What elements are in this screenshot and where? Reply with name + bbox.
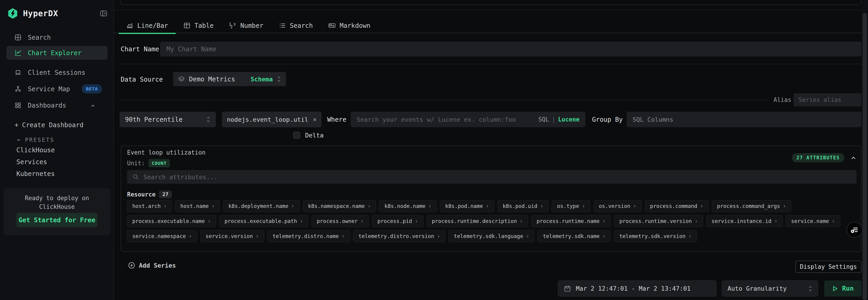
attribute-name: telemetry.sdk.version — [619, 233, 686, 239]
metric-attributes-panel: Event loop utilization Unit: COUNT 27 AT… — [121, 145, 861, 252]
chevron-right-icon: › — [540, 203, 543, 209]
sidebar-item-chart-explorer[interactable]: Chart Explorer — [6, 46, 107, 60]
attribute-chip-process-executable-path[interactable]: process.executable.path› — [219, 215, 308, 227]
remove-metric-icon[interactable]: × — [313, 116, 317, 123]
updown-chevron-icon — [808, 285, 812, 292]
panel-collapse-icon[interactable] — [850, 155, 857, 162]
preset-item-services[interactable]: Services — [17, 158, 47, 166]
sql-toggle[interactable]: SQL — [538, 116, 549, 123]
tab-number[interactable]: ½³Number — [221, 18, 271, 33]
tab-markdown[interactable]: Markdown — [320, 18, 378, 33]
attribute-name: process.executable.name — [132, 218, 205, 224]
hyperdx-app: HyperDX SearchChart ExplorerClient Sessi… — [0, 0, 868, 300]
attribute-search-input[interactable] — [127, 170, 857, 184]
preset-item-clickhouse[interactable]: ClickHouse — [17, 146, 55, 154]
attribute-chip-k8s-pod-name[interactable]: k8s.pod.name› — [440, 200, 494, 212]
logo[interactable]: HyperDX — [7, 8, 58, 19]
preset-item-kubernetes[interactable]: Kubernetes — [17, 170, 55, 178]
attribute-chip-service-namespace[interactable]: service.namespace› — [127, 230, 197, 242]
chevron-right-icon: › — [212, 203, 215, 209]
sidebar-item-dashboards[interactable]: Dashboards — [6, 99, 107, 112]
attribute-chip-k8s-node-name[interactable]: k8s.node.name› — [379, 200, 436, 212]
scrollbar-thumb[interactable] — [863, 13, 867, 300]
chart-explorer-icon — [14, 50, 22, 56]
granularity-select[interactable]: Auto Granularity — [722, 280, 818, 297]
attribute-chip-host-name[interactable]: host.name› — [175, 200, 220, 212]
chevron-up-icon — [90, 103, 96, 110]
circle-plus-icon — [128, 262, 135, 269]
create-dashboard-label: Create Dashboard — [22, 121, 84, 129]
attribute-chip-telemetry-sdk-language[interactable]: telemetry.sdk.language› — [448, 230, 534, 242]
attribute-chip-process-runtime-name[interactable]: process.runtime.name› — [531, 215, 611, 227]
updown-chevron-icon — [277, 76, 281, 83]
get-started-button[interactable]: Get Started for Free — [17, 213, 97, 227]
metric-chip[interactable]: nodejs.event_loop.util × — [222, 112, 321, 127]
sidebar-item-service-map[interactable]: Service MapBETA — [6, 82, 107, 96]
attribute-chip-process-runtime-version[interactable]: process.runtime.version› — [614, 215, 703, 227]
attribute-chip-host-arch[interactable]: host.arch› — [127, 200, 172, 212]
data-source-value: Demo Metrics — [189, 76, 235, 83]
schema-link[interactable]: Schema — [250, 76, 273, 83]
time-range-picker[interactable]: Mar 2 12:47:01 - Mar 2 13:47:01 — [558, 280, 717, 297]
attribute-chip-process-pid[interactable]: process.pid› — [372, 215, 423, 227]
alias-input[interactable] — [794, 93, 861, 106]
attribute-chip-process-executable-name[interactable]: process.executable.name› — [127, 215, 216, 227]
attribute-chip-telemetry-sdk-name[interactable]: telemetry.sdk.name› — [537, 230, 611, 242]
attribute-chip-service-instance-id[interactable]: service.instance.id› — [706, 215, 783, 227]
attribute-chip-k8s-namespace-name[interactable]: k8s.namespace.name› — [303, 200, 376, 212]
chevron-right-icon: › — [832, 218, 835, 224]
attribute-chip-service-version[interactable]: service.version› — [200, 230, 264, 242]
attribute-name: process.pid — [377, 218, 412, 224]
attribute-chip-process-runtime-description[interactable]: process.runtime.description› — [427, 215, 528, 227]
attribute-chip-process-owner[interactable]: process.owner› — [311, 215, 369, 227]
chevron-right-icon: › — [783, 203, 786, 209]
chart-name-input[interactable] — [160, 42, 861, 57]
lucene-toggle[interactable]: Lucene — [558, 116, 580, 123]
attribute-chip-k8s-pod-uid[interactable]: k8s.pod.uid› — [498, 200, 549, 212]
sidebar-item-label: Chart Explorer — [28, 49, 82, 57]
run-button[interactable]: Run — [824, 280, 861, 297]
attribute-name: process.command — [650, 203, 698, 209]
tab-line-bar[interactable]: Line/Bar — [119, 18, 176, 33]
delta-checkbox[interactable] — [293, 132, 300, 139]
feedback-icon — [850, 225, 859, 234]
attribute-chip-os-type[interactable]: os.type› — [552, 200, 590, 212]
attribute-chip-telemetry-distro-name[interactable]: telemetry.distro.name› — [267, 230, 350, 242]
chevron-right-icon: › — [520, 218, 523, 224]
floating-widget-button[interactable] — [846, 222, 863, 238]
attribute-name: host.name — [180, 203, 209, 209]
query-language-toggle: SQL | Lucene — [538, 112, 580, 127]
data-source-select[interactable]: Demo Metrics Schema — [173, 72, 286, 86]
chevron-right-icon: › — [189, 233, 192, 239]
add-series-button[interactable]: Add Series — [128, 262, 176, 269]
chevron-right-icon: › — [774, 218, 777, 224]
calendar-icon — [564, 285, 571, 292]
hyperdx-logo-icon — [7, 8, 18, 19]
presets-toggle[interactable]: PRESETS — [16, 137, 55, 143]
attribute-chip-service-name[interactable]: service.name› — [786, 215, 840, 227]
attribute-chip-telemetry-distro-version[interactable]: telemetry.distro.version› — [353, 230, 445, 242]
sidebar-item-search[interactable]: Search — [6, 31, 107, 44]
attribute-chip-process-command-args[interactable]: process.command_args› — [712, 200, 791, 212]
chevron-right-icon: › — [256, 233, 259, 239]
tab-search[interactable]: Search — [271, 18, 320, 33]
attribute-chip-k8s-deployment-name[interactable]: k8s.deployment.name› — [223, 200, 300, 212]
attribute-name: service.namespace — [132, 233, 186, 239]
sidebar-item-client-sessions[interactable]: Client Sessions — [6, 66, 107, 79]
attribute-chip-process-command[interactable]: process.command› — [645, 200, 709, 212]
create-dashboard-button[interactable]: + Create Dashboard — [14, 121, 84, 129]
chevron-right-icon: › — [428, 203, 431, 209]
sidebar-collapse-icon[interactable] — [100, 9, 107, 17]
aggregation-select[interactable]: 90th Percentile — [120, 112, 216, 127]
tab-table[interactable]: Table — [176, 18, 221, 33]
chevron-right-icon: › — [361, 218, 364, 224]
attribute-chip-os-version[interactable]: os.version› — [594, 200, 642, 212]
display-settings-button[interactable]: Display Settings — [795, 261, 861, 273]
chevron-right-icon: › — [633, 203, 636, 209]
attribute-name: process.command_args — [717, 203, 780, 209]
group-by-input[interactable] — [627, 112, 861, 127]
layers-icon — [178, 76, 185, 83]
attribute-chip-telemetry-sdk-version[interactable]: telemetry.sdk.version› — [614, 230, 697, 242]
attributes-count-badge: 27 ATTRIBUTES — [792, 153, 844, 162]
scrollbar[interactable] — [861, 0, 868, 300]
